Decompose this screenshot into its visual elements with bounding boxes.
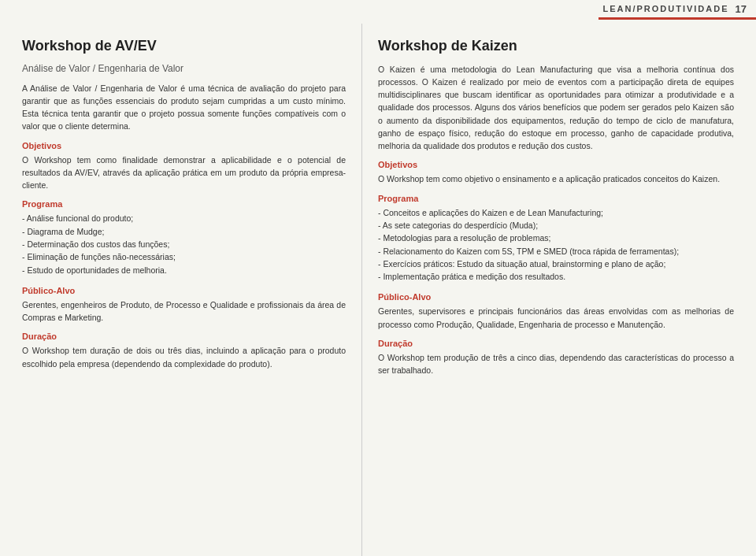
- right-publico-heading: Público-Alvo: [378, 292, 734, 302]
- content-area: Workshop de AV/EV Análise de Valor / Eng…: [0, 24, 756, 556]
- left-programa-heading: Programa: [22, 199, 346, 209]
- header-bar: LEAN/PRODUTIVIDADE 17: [0, 0, 756, 17]
- right-objetivos-text: O Workshop tem como objetivo o ensinamen…: [378, 172, 734, 185]
- right-objetivos-heading: Objetivos: [378, 160, 734, 169]
- list-item: - Estudo de oportunidades de melhoria.: [22, 264, 346, 276]
- right-duracao-text: O Workshop tem produção de três a cinco …: [378, 351, 734, 377]
- list-item: - Análise funcional do produto;: [22, 212, 346, 224]
- list-item: - Implementação prática e medição dos re…: [378, 270, 734, 283]
- page: LEAN/PRODUTIVIDADE 17 Workshop de AV/EV …: [0, 0, 756, 556]
- left-intro: A Análise de Valor / Engenharia de Valor…: [22, 82, 346, 133]
- list-item: - Determinação dos custos das funções;: [22, 238, 346, 250]
- list-item: - Relacionamento do Kaizen com 5S, TPM e…: [378, 245, 734, 258]
- list-item: - Diagrama de Mudge;: [22, 225, 346, 238]
- left-column: Workshop de AV/EV Análise de Valor / Eng…: [0, 24, 362, 556]
- right-column: Workshop de Kaizen O Kaizen é uma metodo…: [362, 24, 756, 556]
- left-duracao-heading: Duração: [22, 332, 346, 341]
- right-duracao-heading: Duração: [378, 339, 734, 348]
- left-programa-list: - Análise funcional do produto; - Diagra…: [22, 212, 346, 276]
- left-subtitle: Análise de Valor / Engenharia de Valor: [22, 63, 346, 74]
- left-publico-text: Gerentes, engenheiros de Produto, de Pro…: [22, 298, 346, 324]
- page-number: 17: [736, 3, 747, 15]
- left-duracao-text: O Workshop tem duração de dois ou três d…: [22, 344, 346, 370]
- left-objetivos-text: O Workshop tem como finalidade demonstra…: [22, 154, 346, 192]
- list-item: - Eliminação de funções não-necessárias;: [22, 250, 346, 263]
- header-title: LEAN/PRODUTIVIDADE: [602, 4, 728, 13]
- left-publico-heading: Público-Alvo: [22, 286, 346, 295]
- list-item: - Exercícios práticos: Estudo da situaçã…: [378, 258, 734, 270]
- right-main-title: Workshop de Kaizen: [378, 38, 734, 55]
- list-item: - As sete categorias do desperdício (Mud…: [378, 219, 734, 232]
- right-intro: O Kaizen é uma metodologia do Lean Manuf…: [378, 63, 734, 153]
- left-objetivos-heading: Objetivos: [22, 141, 346, 150]
- accent-line: [598, 17, 756, 20]
- right-programa-list: - Conceitos e aplicações do Kaizen e de …: [378, 206, 734, 284]
- right-publico-text: Gerentes, supervisores e principais func…: [378, 305, 734, 331]
- list-item: - Metodologias para a resolução de probl…: [378, 232, 734, 244]
- list-item: - Conceitos e aplicações do Kaizen e de …: [378, 206, 734, 219]
- right-programa-heading: Programa: [378, 194, 734, 203]
- left-main-title: Workshop de AV/EV: [22, 38, 346, 55]
